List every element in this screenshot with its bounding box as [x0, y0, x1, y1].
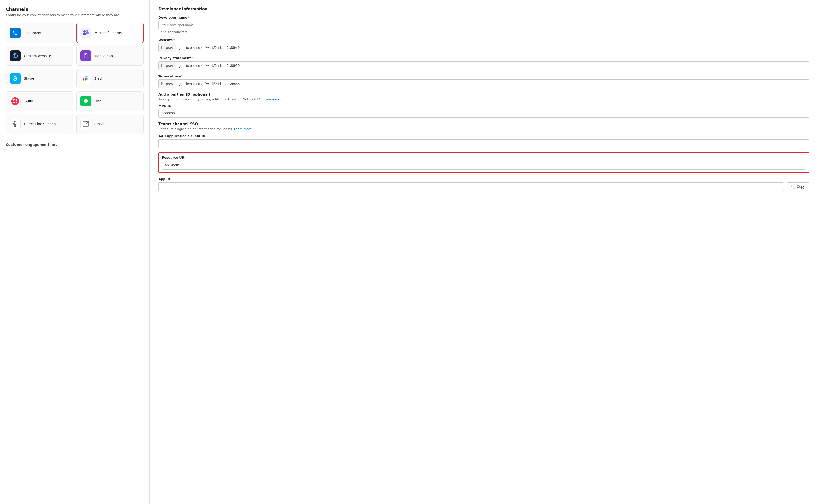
twilio-icon	[10, 96, 21, 106]
copy-icon	[791, 185, 795, 189]
resource-uri-label: Resource URI	[162, 156, 806, 159]
sso-learn-more[interactable]: Learn more	[234, 127, 252, 131]
channel-card-slack[interactable]: Slack	[76, 69, 144, 88]
website-input[interactable]	[176, 43, 809, 52]
channel-card-teams[interactable]: Microsoft Teams	[76, 23, 144, 43]
app-id-label: App ID	[158, 177, 809, 181]
website-input-wrapper: https://	[158, 43, 809, 52]
teams-label: Microsoft Teams	[95, 31, 122, 35]
mpn-label: MPN ID	[158, 104, 809, 107]
aad-label: AAD application's client ID	[158, 134, 809, 138]
website-prefix: https://	[159, 43, 176, 52]
sso-desc: Configure single sign-on information for…	[158, 127, 809, 131]
svg-rect-5	[84, 54, 87, 58]
svg-rect-27	[793, 186, 795, 188]
channel-card-email[interactable]: Email	[76, 114, 144, 134]
website-group: Website* https://	[158, 38, 809, 52]
svg-point-20	[16, 99, 17, 101]
svg-rect-3	[83, 33, 86, 35]
app-id-wrapper: Copy	[158, 182, 809, 191]
mobile-icon	[80, 50, 91, 61]
svg-point-0	[86, 30, 88, 32]
privacy-input[interactable]	[176, 62, 809, 70]
channels-grid: Telephony Microsoft Teams	[6, 23, 144, 134]
aad-input[interactable]	[158, 139, 809, 148]
svg-rect-9	[85, 78, 86, 80]
app-id-group: App ID Copy	[158, 177, 809, 191]
right-panel: Developer information Developer name* Up…	[150, 0, 818, 504]
slack-label: Slack	[94, 77, 103, 80]
channel-card-skype[interactable]: S Skype	[6, 69, 73, 88]
svg-rect-10	[83, 78, 84, 79]
svg-rect-1	[86, 32, 89, 34]
skype-icon: S	[10, 73, 21, 84]
terms-group: Terms of use* https://	[158, 74, 809, 88]
svg-rect-12	[85, 76, 86, 77]
svg-point-18	[11, 97, 19, 105]
twilio-label: Twilio	[24, 99, 33, 103]
custom-label: Custom website	[24, 54, 51, 58]
svg-point-19	[13, 99, 15, 101]
channel-card-mobile[interactable]: Mobile app	[76, 46, 144, 66]
svg-point-2	[83, 30, 86, 33]
sso-section: Teams channel SSO Configure single sign-…	[158, 122, 809, 191]
channel-card-directline[interactable]: Direct Line Speech	[6, 114, 73, 134]
website-label: Website*	[158, 38, 809, 42]
directline-label: Direct Line Speech	[24, 122, 56, 126]
telephony-label: Telephony	[24, 31, 41, 35]
developer-name-label: Developer name*	[158, 16, 809, 19]
telephony-icon	[10, 28, 21, 38]
section-title: Developer information	[158, 7, 809, 11]
privacy-group: Privacy statement* https://	[158, 56, 809, 70]
directline-icon	[10, 119, 21, 129]
channel-card-custom[interactable]: Custom website	[6, 46, 73, 66]
partner-title: Add a partner ID (optional)	[158, 92, 809, 96]
svg-rect-13	[86, 78, 88, 79]
terms-label: Terms of use*	[158, 74, 809, 78]
resource-uri-group: Resource URI	[158, 152, 809, 173]
custom-icon	[10, 50, 21, 61]
resource-uri-input[interactable]	[162, 161, 806, 170]
developer-name-group: Developer name* Up to 32 characters	[158, 16, 809, 34]
email-icon	[80, 119, 91, 129]
partner-section: Add a partner ID (optional) Track your a…	[158, 92, 809, 118]
left-panel: Channels Configure your copilot channels…	[0, 0, 150, 504]
terms-input[interactable]	[176, 80, 809, 88]
svg-point-22	[16, 102, 17, 103]
svg-rect-14	[86, 78, 87, 80]
copy-button[interactable]: Copy	[787, 182, 809, 191]
sso-title: Teams channel SSO	[158, 122, 809, 126]
line-icon	[80, 96, 91, 106]
svg-rect-15	[87, 78, 88, 80]
channel-card-twilio[interactable]: Twilio	[6, 91, 73, 111]
slack-icon	[80, 73, 91, 84]
svg-rect-16	[83, 80, 84, 81]
partner-desc: Track your app's usage by adding a Micro…	[158, 97, 809, 101]
svg-point-21	[13, 102, 15, 103]
privacy-input-wrapper: https://	[158, 61, 809, 70]
line-label: Line	[94, 99, 101, 103]
svg-rect-17	[85, 80, 86, 81]
privacy-prefix: https://	[159, 62, 176, 70]
developer-name-hint: Up to 32 characters	[158, 30, 809, 34]
developer-name-input[interactable]	[158, 21, 809, 29]
svg-point-6	[85, 57, 86, 57]
panel-subtitle: Configure your copilot channels to meet …	[6, 13, 144, 17]
privacy-label: Privacy statement*	[158, 56, 809, 60]
email-label: Email	[94, 122, 104, 126]
channel-card-telephony[interactable]: Telephony	[6, 23, 73, 43]
terms-input-wrapper: https://	[158, 79, 809, 88]
mobile-label: Mobile app	[94, 54, 113, 58]
panel-title: Channels	[6, 7, 144, 12]
mpn-input[interactable]	[158, 109, 809, 118]
channel-card-line[interactable]: Line	[76, 91, 144, 111]
svg-rect-11	[86, 76, 88, 77]
app-id-input[interactable]	[158, 182, 784, 191]
partner-learn-more[interactable]: Learn more	[262, 97, 280, 101]
aad-group: AAD application's client ID	[158, 134, 809, 148]
copy-label: Copy	[797, 185, 805, 189]
bottom-section: Customer engagement hub	[6, 139, 144, 147]
skype-label: Skype	[24, 77, 34, 80]
teams-icon	[81, 28, 91, 38]
terms-prefix: https://	[159, 80, 176, 88]
